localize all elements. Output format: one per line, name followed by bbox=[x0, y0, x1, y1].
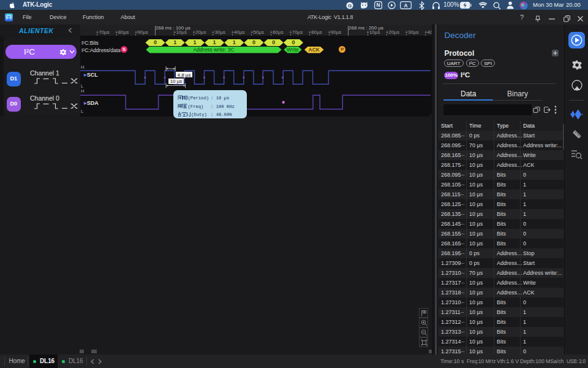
svg-text:N: N bbox=[376, 2, 380, 8]
svg-text:(Period): (Period) bbox=[188, 96, 209, 101]
svg-text:: 48.00%: : 48.00% bbox=[211, 112, 232, 117]
svg-text:G: G bbox=[348, 2, 352, 8]
svg-text:A: A bbox=[404, 2, 407, 9]
svg-text:(Duty): (Duty) bbox=[191, 112, 207, 117]
svg-text:: 10 µs: : 10 µs bbox=[211, 96, 229, 101]
svg-text:: 100 KHz: : 100 KHz bbox=[211, 104, 235, 109]
svg-text:(Freq): (Freq) bbox=[188, 104, 204, 109]
